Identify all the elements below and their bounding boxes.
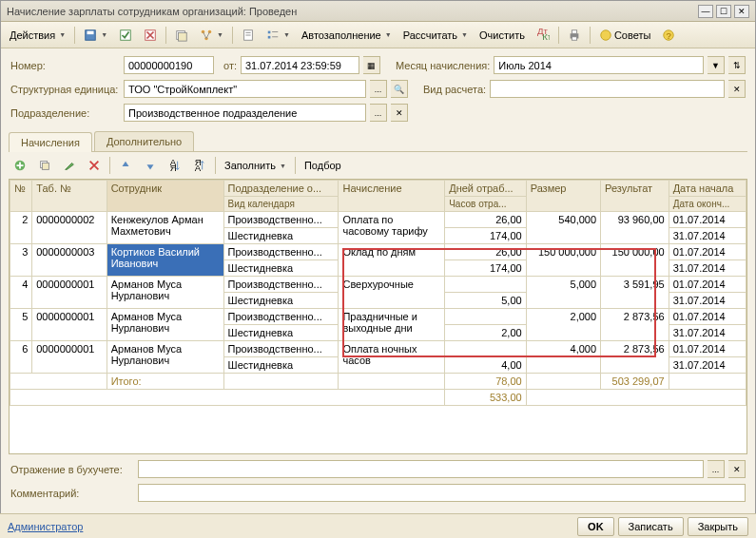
svg-text:?: ?	[667, 29, 671, 40]
col-accrual[interactable]: Начисление	[339, 181, 445, 212]
main-toolbar: Действия▼ ▼ ▼ ▼ Автозаполнение▼ Рассчита…	[1, 22, 755, 48]
window-title: Начисление зарплаты сотрудникам организа…	[7, 6, 695, 17]
col-tab[interactable]: Таб. №	[32, 181, 107, 212]
table-row[interactable]: 40000000001Арманов Муса НурлановичПроизв…	[10, 277, 746, 293]
svg-rect-1	[87, 30, 94, 34]
month-label: Месяц начисления:	[396, 60, 490, 71]
table-row[interactable]: 60000000001Арманов Муса НурлановичПроизв…	[10, 341, 746, 357]
calc-type-field[interactable]	[490, 80, 725, 98]
accounting-clear-button[interactable]: ✕	[728, 460, 746, 478]
month-spin-button[interactable]: ⇅	[728, 56, 746, 74]
col-dend[interactable]: Дата оконч...	[669, 197, 746, 212]
move-up-icon[interactable]	[114, 156, 137, 175]
svg-rect-13	[268, 35, 271, 38]
table-row[interactable]: 30000000003Кортиков Василий ИвановичПрои…	[10, 244, 746, 260]
minimize-button[interactable]: —	[698, 5, 713, 18]
number-field[interactable]	[124, 56, 214, 74]
titlebar: Начисление зарплаты сотрудникам организа…	[1, 1, 755, 22]
accounting-select-button[interactable]: ...	[708, 460, 725, 478]
accounting-label: Отражение в бухучете:	[10, 464, 134, 475]
selection-button[interactable]: Подбор	[300, 156, 346, 175]
svg-rect-5	[179, 32, 187, 41]
ok-button[interactable]: OK	[577, 517, 614, 536]
table-row[interactable]: 50000000001Арманов Муса НурлановичПроизв…	[10, 309, 746, 325]
from-label: от:	[223, 60, 237, 71]
svg-rect-12	[268, 30, 271, 33]
totals-result: 503 299,07	[601, 374, 669, 390]
date-field[interactable]	[241, 56, 359, 74]
copy-row-icon[interactable]	[33, 156, 56, 175]
tab-bar: Начисления Дополнительно	[9, 131, 747, 152]
dept-label: Подразделение:	[10, 107, 120, 119]
post-icon[interactable]	[114, 26, 137, 45]
unit-label: Структурная единица:	[10, 84, 120, 95]
month-field[interactable]	[494, 56, 704, 74]
tab-accruals[interactable]: Начисления	[9, 132, 92, 152]
col-calendar[interactable]: Вид календаря	[223, 197, 339, 212]
col-dept[interactable]: Подразделение о...	[223, 181, 339, 197]
save-button[interactable]: Записать	[618, 517, 684, 536]
sort-desc-icon[interactable]: ЯА	[188, 156, 211, 175]
actions-menu[interactable]: Действия▼	[5, 26, 70, 45]
footer: Администратор OK Записать Закрыть	[0, 513, 756, 538]
svg-point-21	[601, 29, 611, 40]
save-icon[interactable]: ▼	[79, 26, 112, 45]
svg-text:Кт: Кт	[542, 31, 550, 42]
col-dstart[interactable]: Дата начала	[669, 181, 746, 197]
clear-button[interactable]: Очистить	[475, 26, 530, 45]
maximize-button[interactable]: ☐	[716, 5, 731, 18]
calc-type-clear-button[interactable]: ✕	[728, 80, 746, 98]
comment-field[interactable]	[138, 484, 746, 502]
unit-field[interactable]	[124, 80, 366, 98]
accruals-grid[interactable]: № Таб. № Сотрудник Подразделение о... На…	[9, 179, 747, 454]
close-button[interactable]: ✕	[734, 5, 749, 18]
col-days[interactable]: Дней отраб...	[445, 181, 526, 197]
delete-row-icon[interactable]	[83, 156, 106, 175]
tips-button[interactable]: Советы	[594, 26, 655, 45]
svg-text:Я: Я	[170, 163, 177, 172]
date-picker-button[interactable]: ▦	[363, 56, 380, 74]
svg-rect-19	[572, 29, 576, 33]
fill-menu[interactable]: Заполнить▼	[220, 156, 291, 175]
help-icon[interactable]: ?	[657, 26, 680, 45]
accounting-field[interactable]	[138, 460, 704, 478]
structure-icon[interactable]: ▼	[195, 26, 228, 45]
move-down-icon[interactable]	[139, 156, 162, 175]
unit-open-button[interactable]: 🔍	[391, 80, 408, 98]
month-dropdown-button[interactable]: ▼	[708, 56, 725, 74]
totals-hours: 533,00	[445, 390, 526, 406]
totals-label: Итого:	[107, 374, 223, 390]
col-employee[interactable]: Сотрудник	[107, 181, 223, 212]
unit-select-button[interactable]: ...	[370, 80, 387, 98]
number-label: Номер:	[10, 60, 120, 71]
print-icon[interactable]	[563, 26, 586, 45]
tab-additional[interactable]: Дополнительно	[94, 131, 194, 151]
dept-select-button[interactable]: ...	[370, 104, 387, 122]
col-result[interactable]: Результат	[601, 181, 669, 212]
calc-type-label: Вид расчета:	[423, 84, 486, 95]
col-n[interactable]: №	[10, 181, 32, 212]
close-window-button[interactable]: Закрыть	[688, 517, 748, 536]
add-row-icon[interactable]	[9, 156, 31, 175]
dept-field[interactable]	[124, 104, 366, 122]
dept-clear-button[interactable]: ✕	[391, 104, 408, 122]
autofill-menu[interactable]: Автозаполнение▼	[297, 26, 397, 45]
report-icon[interactable]	[237, 26, 260, 45]
list-icon[interactable]: ▼	[262, 26, 295, 45]
grid-toolbar: АЯ ЯА Заполнить▼ Подбор	[1, 152, 755, 179]
calc-menu[interactable]: Рассчитать▼	[398, 26, 473, 45]
dtct-icon[interactable]: ДтКт	[532, 26, 554, 45]
user-link[interactable]: Администратор	[8, 521, 83, 532]
col-size[interactable]: Размер	[526, 181, 600, 212]
comment-label: Комментарий:	[10, 488, 134, 499]
movements-icon[interactable]	[170, 26, 193, 45]
svg-rect-26	[42, 163, 48, 169]
svg-rect-20	[572, 36, 576, 40]
edit-row-icon[interactable]	[58, 156, 81, 175]
unpost-icon[interactable]	[139, 26, 162, 45]
svg-text:А: А	[195, 163, 202, 172]
col-hours[interactable]: Часов отра...	[445, 197, 526, 212]
sort-asc-icon[interactable]: АЯ	[164, 156, 186, 175]
totals-days: 78,00	[445, 374, 526, 390]
table-row[interactable]: 20000000002Кенжекулов Арман МахметовичПр…	[10, 212, 746, 228]
